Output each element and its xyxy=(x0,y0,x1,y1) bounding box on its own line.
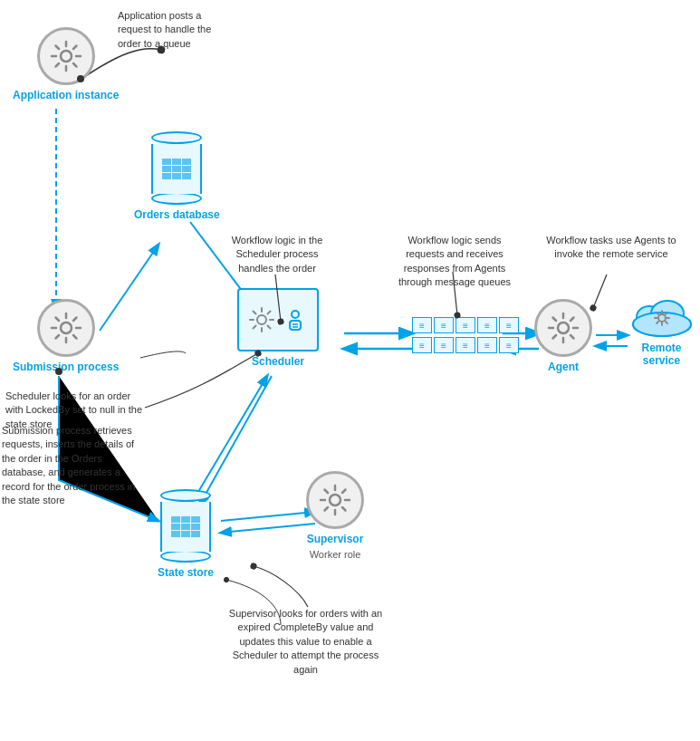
sends-receives-annotation: Workflow logic sends requests and receiv… xyxy=(391,234,518,290)
orders-db-icon xyxy=(151,131,202,205)
state-store-node: State store xyxy=(158,489,214,579)
svg-line-26 xyxy=(73,335,77,339)
remote-service-node: Remote service xyxy=(623,288,700,367)
state-store-icon xyxy=(160,489,211,563)
svg-rect-39 xyxy=(290,321,301,330)
svg-line-50 xyxy=(553,335,557,339)
scheduler-node: Scheduler xyxy=(237,288,319,368)
scheduler-handles-annotation: Workflow logic in the Scheduler process … xyxy=(223,234,331,275)
submission-gear-icon xyxy=(37,299,95,357)
svg-line-48 xyxy=(571,335,574,339)
queue-row-1 xyxy=(412,317,519,333)
supervisor-looks-annotation: Supervisor looks for orders with an expi… xyxy=(222,607,389,677)
queue-cell xyxy=(455,337,475,353)
svg-line-28 xyxy=(55,335,59,339)
queue-cell xyxy=(412,337,432,353)
queue-row-2 xyxy=(412,337,519,353)
svg-line-69 xyxy=(325,490,329,494)
application-gear-icon xyxy=(37,27,95,85)
svg-line-71 xyxy=(342,490,346,494)
svg-line-37 xyxy=(254,326,256,329)
remote-service-label: Remote service xyxy=(623,342,700,367)
orders-db-node: Orders database xyxy=(134,131,220,221)
queue-cell xyxy=(455,317,475,333)
queue-cell xyxy=(499,337,519,353)
svg-line-17 xyxy=(73,63,77,67)
queue-container xyxy=(412,317,519,353)
scheduler-box-icon xyxy=(237,288,319,351)
svg-line-27 xyxy=(73,318,77,322)
queue-cell xyxy=(477,337,497,353)
diagram: Application instance Application posts a… xyxy=(0,0,700,741)
cloud-icon xyxy=(629,288,695,338)
supervisor-label: Supervisor xyxy=(307,533,364,545)
agent-node: Agent xyxy=(534,299,592,373)
svg-line-10 xyxy=(221,524,315,533)
agent-gear-icon xyxy=(534,299,592,357)
svg-line-25 xyxy=(55,318,59,322)
submission-label: Submission process xyxy=(13,361,119,373)
application-instance-node: Application instance xyxy=(13,27,119,101)
state-store-label: State store xyxy=(158,566,214,579)
submission-node: Submission process xyxy=(13,299,119,373)
orders-db-label: Orders database xyxy=(134,208,220,221)
supervisor-node: Supervisor Worker role xyxy=(306,471,364,560)
supervisor-gear-icon xyxy=(306,471,364,529)
svg-line-47 xyxy=(553,318,557,322)
agent-label: Agent xyxy=(548,361,579,373)
application-label: Application instance xyxy=(13,89,119,101)
svg-line-72 xyxy=(325,507,329,511)
svg-line-35 xyxy=(268,326,271,329)
queue-cell xyxy=(499,317,519,333)
scheduler-label: Scheduler xyxy=(252,355,304,368)
svg-line-9 xyxy=(221,512,315,521)
queue-cell xyxy=(477,317,497,333)
svg-line-19 xyxy=(55,63,59,67)
svg-line-18 xyxy=(73,46,77,50)
svg-line-36 xyxy=(268,312,271,314)
svg-line-34 xyxy=(254,312,256,314)
svg-line-70 xyxy=(342,507,346,511)
submission-retrieves-annotation: Submission process retrieves requests, i… xyxy=(2,424,142,507)
queue-cell xyxy=(412,317,432,333)
svg-point-42 xyxy=(558,322,569,333)
agents-invoke-annotation: Workflow tasks use Agents to invoke the … xyxy=(543,234,679,262)
app-queue-annotation: Application posts a request to handle th… xyxy=(118,9,235,51)
message-queues xyxy=(412,317,519,353)
worker-role-label: Worker role xyxy=(310,549,361,560)
svg-line-16 xyxy=(55,46,59,50)
svg-line-49 xyxy=(571,318,574,322)
svg-point-29 xyxy=(257,315,266,324)
queue-cell xyxy=(434,317,454,333)
svg-point-38 xyxy=(292,311,299,318)
svg-point-11 xyxy=(61,51,72,62)
queue-cell xyxy=(434,337,454,353)
svg-point-64 xyxy=(330,495,340,505)
svg-point-20 xyxy=(61,322,72,333)
